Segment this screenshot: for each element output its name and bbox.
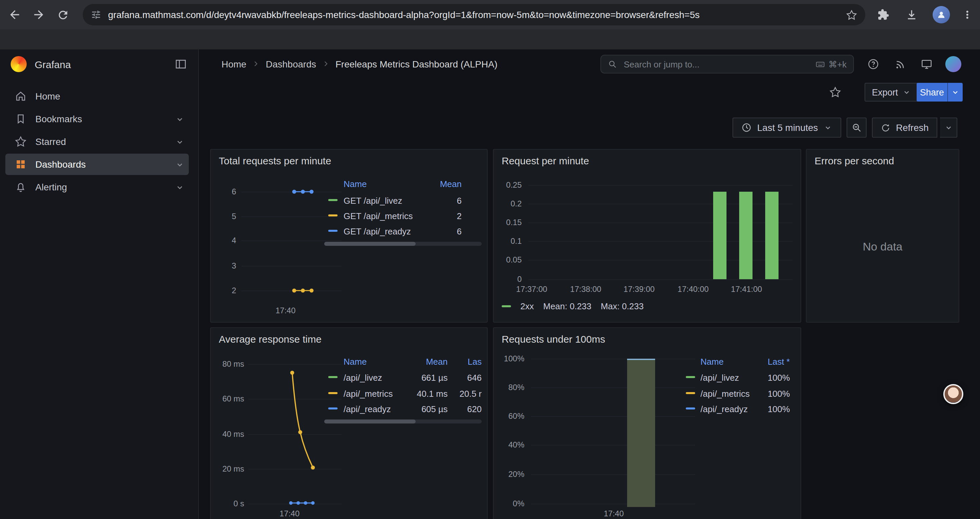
y-tick: 0 bbox=[495, 275, 522, 284]
favorite-star-icon[interactable] bbox=[829, 86, 841, 98]
legend-series-name[interactable]: /api/_metrics bbox=[344, 389, 393, 399]
x-tick: 17:41:00 bbox=[725, 284, 768, 294]
legend-header-name[interactable]: Name bbox=[344, 357, 367, 367]
address-bar[interactable] bbox=[83, 4, 865, 26]
legend-header-name[interactable]: Name bbox=[700, 357, 724, 367]
search-input[interactable] bbox=[622, 58, 810, 70]
legend-header-mean[interactable]: Mean bbox=[408, 179, 461, 189]
legend-series-name[interactable]: /api/_readyz bbox=[344, 404, 391, 414]
chevron-down-icon[interactable] bbox=[175, 182, 185, 192]
zoom-out-button[interactable] bbox=[846, 118, 867, 137]
chevron-down-icon bbox=[823, 123, 832, 132]
series-swatch-green[interactable] bbox=[328, 376, 337, 378]
y-tick: 0.25 bbox=[495, 180, 522, 190]
gridline bbox=[528, 185, 792, 186]
chevron-down-icon[interactable] bbox=[175, 159, 185, 169]
panel-title[interactable]: Requests under 100ms bbox=[502, 333, 605, 345]
panel-title[interactable]: Errors per second bbox=[815, 155, 894, 166]
panel-title[interactable]: Total requests per minute bbox=[219, 155, 331, 166]
search-icon bbox=[608, 59, 617, 69]
grafana-sidebar: Grafana Home Bookmarks Starred Dashboard… bbox=[0, 50, 199, 519]
series-swatch-green[interactable] bbox=[328, 199, 337, 201]
grafana-logo[interactable] bbox=[11, 56, 27, 72]
series-swatch-blue[interactable] bbox=[328, 407, 337, 409]
bookmark-icon bbox=[15, 113, 27, 125]
y-tick: 40 ms bbox=[215, 430, 244, 439]
search-shortcut: ⌘+k bbox=[815, 59, 846, 69]
share-menu-button[interactable] bbox=[947, 83, 963, 102]
refresh-interval-button[interactable] bbox=[940, 118, 957, 137]
export-button[interactable]: Export bbox=[865, 83, 919, 102]
gridline bbox=[528, 222, 792, 223]
panel-errors-per-second: Errors per second No data bbox=[806, 149, 959, 323]
y-tick: 80% bbox=[495, 383, 524, 392]
bookmark-star-icon[interactable] bbox=[846, 9, 857, 21]
site-settings-icon[interactable] bbox=[91, 10, 102, 20]
time-range-picker[interactable]: Last 5 minutes bbox=[732, 118, 841, 137]
sidebar-item-alerting[interactable]: Alerting bbox=[5, 176, 189, 198]
scrollbar-thumb[interactable] bbox=[324, 242, 415, 246]
legend-series-name[interactable]: GET /api/_metrics bbox=[344, 211, 413, 221]
y-tick: 20% bbox=[495, 469, 524, 479]
search-box[interactable]: ⌘+k bbox=[600, 55, 854, 73]
gridline bbox=[531, 359, 695, 359]
reload-icon[interactable] bbox=[53, 5, 72, 24]
y-tick: 5 bbox=[216, 212, 236, 221]
legend-scrollbar[interactable] bbox=[324, 420, 482, 423]
news-rss-icon[interactable] bbox=[892, 57, 907, 72]
sidebar-item-starred[interactable]: Starred bbox=[5, 131, 189, 152]
sidebar-item-dashboards[interactable]: Dashboards bbox=[5, 153, 189, 175]
legend-header-last[interactable]: Las bbox=[435, 357, 482, 367]
legend-header-last[interactable]: Last * bbox=[743, 357, 790, 367]
series-swatch-yellow[interactable] bbox=[328, 214, 337, 216]
chevron-down-icon[interactable] bbox=[175, 114, 185, 124]
legend-header-name[interactable]: Name bbox=[344, 179, 367, 189]
back-icon[interactable] bbox=[5, 5, 24, 24]
chevron-down-icon[interactable] bbox=[175, 137, 185, 147]
y-tick: 60 ms bbox=[215, 394, 244, 404]
panel-title[interactable]: Request per minute bbox=[502, 155, 589, 166]
legend-series-name[interactable]: 2xx bbox=[520, 301, 534, 311]
y-tick: 100% bbox=[495, 354, 524, 363]
breadcrumb-home[interactable]: Home bbox=[221, 58, 247, 69]
help-icon[interactable] bbox=[866, 57, 881, 72]
browser-menu-icon[interactable] bbox=[958, 5, 977, 24]
kiosk-monitor-icon[interactable] bbox=[919, 57, 934, 72]
series-swatch-blue[interactable] bbox=[686, 407, 695, 409]
series-swatch-yellow[interactable] bbox=[686, 392, 695, 394]
series-swatch-yellow[interactable] bbox=[328, 392, 337, 394]
collapse-sidebar-icon[interactable] bbox=[174, 57, 188, 71]
breadcrumb-dashboards[interactable]: Dashboards bbox=[266, 58, 316, 69]
refresh-button[interactable]: Refresh bbox=[872, 118, 937, 137]
floating-assistant-avatar[interactable] bbox=[943, 384, 963, 404]
legend-series-name[interactable]: /api/_livez bbox=[700, 373, 739, 383]
sidebar-item-home[interactable]: Home bbox=[5, 86, 189, 107]
scrollbar-thumb[interactable] bbox=[324, 420, 415, 423]
forward-icon[interactable] bbox=[29, 5, 48, 24]
sidebar-item-bookmarks[interactable]: Bookmarks bbox=[5, 108, 189, 129]
chevron-right-icon bbox=[252, 59, 261, 68]
bell-icon bbox=[15, 181, 27, 193]
legend-series-name[interactable]: GET /api/_readyz bbox=[344, 227, 411, 236]
bar-100-percent bbox=[627, 359, 655, 507]
legend-series-name[interactable]: /api/_readyz bbox=[700, 404, 748, 414]
extensions-icon[interactable] bbox=[874, 5, 892, 24]
download-icon[interactable] bbox=[902, 5, 921, 24]
panel-title[interactable]: Average response time bbox=[219, 333, 321, 345]
series-swatch-green[interactable] bbox=[502, 305, 511, 307]
legend-scrollbar[interactable] bbox=[324, 242, 482, 246]
grafana-user-avatar[interactable] bbox=[945, 56, 961, 72]
url-input[interactable] bbox=[108, 10, 839, 20]
legend-series-name[interactable]: /api/_metrics bbox=[700, 389, 749, 399]
browser-profile-avatar[interactable] bbox=[932, 6, 950, 23]
legend-series-name[interactable]: /api/_livez bbox=[344, 373, 382, 383]
share-button[interactable]: Share bbox=[916, 83, 947, 102]
series-swatch-green[interactable] bbox=[686, 376, 695, 378]
bar-2xx bbox=[765, 192, 778, 279]
gridline bbox=[528, 241, 792, 242]
legend-series-name[interactable]: GET /api/_livez bbox=[344, 196, 402, 206]
sidebar-item-label: Bookmarks bbox=[35, 113, 82, 124]
series-swatch-blue[interactable] bbox=[328, 230, 337, 232]
x-tick: 17:40:00 bbox=[672, 284, 714, 294]
line-chart bbox=[244, 361, 344, 515]
